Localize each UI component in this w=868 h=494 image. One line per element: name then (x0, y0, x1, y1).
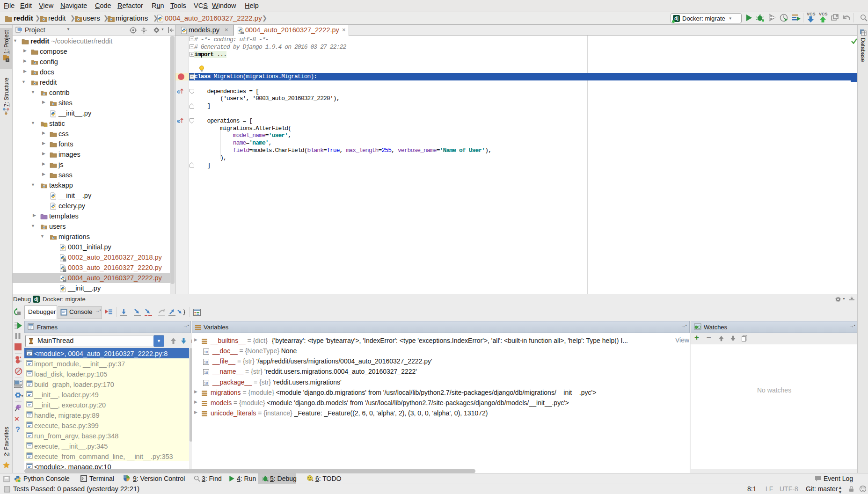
svg-text:18: 18 (204, 350, 208, 354)
svg-text:18: 18 (204, 370, 208, 375)
svg-text:18: 18 (204, 381, 208, 385)
svg-text:18: 18 (204, 360, 208, 364)
